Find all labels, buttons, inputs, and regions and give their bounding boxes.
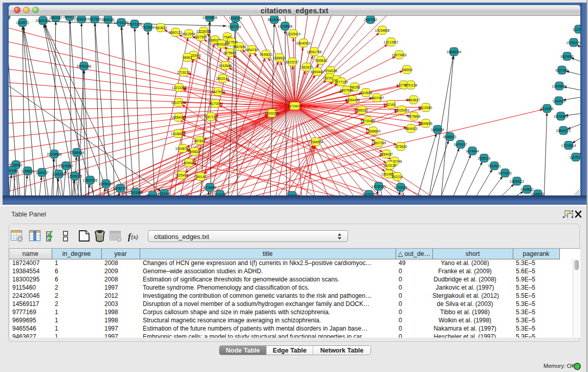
svg-text:10107552: 10107552 [171,101,186,104]
svg-text:8813054: 8813054 [268,18,281,21]
svg-text:2718126: 2718126 [177,71,190,74]
svg-text:20364436: 20364436 [345,98,360,102]
svg-text:7625402: 7625402 [175,173,188,177]
svg-text:8912954: 8912954 [182,32,195,36]
svg-text:9464923: 9464923 [404,127,418,130]
svg-text:7955812: 7955812 [314,59,328,62]
svg-text:9032441: 9032441 [158,192,171,195]
svg-text:871635: 871635 [214,193,226,196]
svg-text:14099489: 14099489 [182,161,197,165]
svg-text:1615132: 1615132 [383,164,397,167]
svg-text:(x): (x) [131,233,138,240]
svg-text:23975867: 23975867 [59,164,74,168]
svg-text:9227349: 9227349 [555,69,569,72]
svg-text:12093872: 12093872 [552,84,567,88]
svg-text:62160: 62160 [386,103,396,106]
svg-text:549822: 549822 [189,150,200,154]
svg-text:1818104: 1818104 [229,16,242,20]
svg-text:9463627: 9463627 [407,98,420,102]
svg-text:1362615: 1362615 [300,65,313,69]
svg-text:748500: 748500 [401,68,412,72]
svg-text:10719155: 10719155 [114,21,129,25]
svg-text:1527602: 1527602 [88,17,101,21]
svg-text:166829: 166829 [9,16,11,19]
svg-text:1093244: 1093244 [146,194,159,196]
svg-text:252214: 252214 [391,175,403,179]
svg-text:16210643: 16210643 [554,115,569,118]
svg-text:10025433: 10025433 [395,108,409,112]
svg-text:18807249: 18807249 [372,141,386,145]
svg-text:8938923: 8938923 [443,135,456,139]
svg-text:3624554: 3624554 [359,91,373,95]
svg-text:7515524: 7515524 [141,26,155,29]
svg-text:16782759: 16782759 [113,187,128,190]
svg-text:7663822: 7663822 [154,26,167,30]
svg-text:9427552: 9427552 [211,90,225,94]
svg-text:19166829: 19166829 [171,132,186,136]
svg-text:6879197: 6879197 [454,143,467,146]
svg-text:10154808: 10154808 [375,29,390,32]
svg-text:10033809: 10033809 [203,16,217,19]
svg-text:3875685: 3875685 [223,51,236,55]
svg-text:12505135: 12505135 [68,174,82,178]
svg-text:17957255: 17957255 [83,179,98,182]
svg-text:9146821: 9146821 [259,53,273,56]
svg-text:10654112: 10654112 [510,180,525,183]
svg-text:887833: 887833 [194,139,205,143]
svg-text:9794028: 9794028 [324,69,337,73]
svg-text:10973493: 10973493 [392,53,407,57]
svg-text:1145194: 1145194 [53,172,66,176]
svg-text:1975692: 1975692 [394,145,407,148]
svg-text:98961: 98961 [183,56,192,59]
svg-text:12213967: 12213967 [384,40,399,44]
svg-text:7986322: 7986322 [355,108,368,112]
svg-text:19218506: 19218506 [278,25,293,28]
svg-text:10961758: 10961758 [307,50,322,54]
svg-text:169144: 169144 [195,175,206,179]
svg-text:29053346: 29053346 [77,64,92,68]
svg-text:9751154: 9751154 [405,83,418,87]
svg-text:1112061: 1112061 [573,28,580,31]
svg-text:19384554: 19384554 [309,140,323,144]
svg-text:10958107: 10958107 [99,182,114,186]
svg-text:9575864: 9575864 [407,115,421,118]
svg-text:15692971: 15692971 [556,129,571,133]
svg-text:10688609: 10688609 [366,129,381,133]
svg-text:12325419: 12325419 [286,32,301,36]
svg-text:23226058: 23226058 [197,30,211,33]
svg-text:9777169: 9777169 [335,80,348,84]
svg-text:10671355: 10671355 [127,23,142,26]
svg-text:18724007: 18724007 [288,104,302,108]
svg-text:7357224: 7357224 [228,25,241,29]
svg-text:8960123: 8960123 [169,31,182,34]
svg-text:1167533: 1167533 [570,156,580,159]
svg-text:2687682: 2687682 [364,18,377,21]
svg-text:8322037: 8322037 [286,60,299,64]
svg-text:9327505: 9327505 [194,35,207,39]
svg-text:1244415: 1244415 [552,99,565,103]
svg-text:3267130: 3267130 [204,115,217,119]
svg-text:2867608: 2867608 [233,45,246,49]
svg-text:14136141: 14136141 [372,185,386,188]
svg-text:9242848: 9242848 [219,64,232,68]
svg-text:16543382: 16543382 [214,42,229,46]
svg-text:9329966: 9329966 [560,55,574,58]
svg-text:12213369: 12213369 [172,86,187,90]
svg-text:2935114: 2935114 [478,157,491,160]
svg-text:9245652: 9245652 [520,188,534,191]
svg-text:9113276: 9113276 [363,193,376,196]
svg-text:18300295: 18300295 [265,112,279,115]
svg-text:1653267: 1653267 [49,16,62,19]
svg-text:1135061: 1135061 [10,163,23,167]
svg-text:9245032: 9245032 [531,192,545,196]
svg-text:16648784: 16648784 [447,50,462,54]
svg-text:8215955: 8215955 [540,107,554,111]
svg-text:771624: 771624 [287,194,298,196]
svg-text:1733426: 1733426 [394,186,407,189]
svg-text:1588520: 1588520 [273,56,286,60]
svg-text:9084067: 9084067 [380,152,393,156]
svg-text:417004: 417004 [210,102,221,105]
svg-text:7632621: 7632621 [488,164,501,168]
svg-text:391549: 391549 [9,169,17,172]
svg-text:19654985: 19654985 [171,116,186,119]
